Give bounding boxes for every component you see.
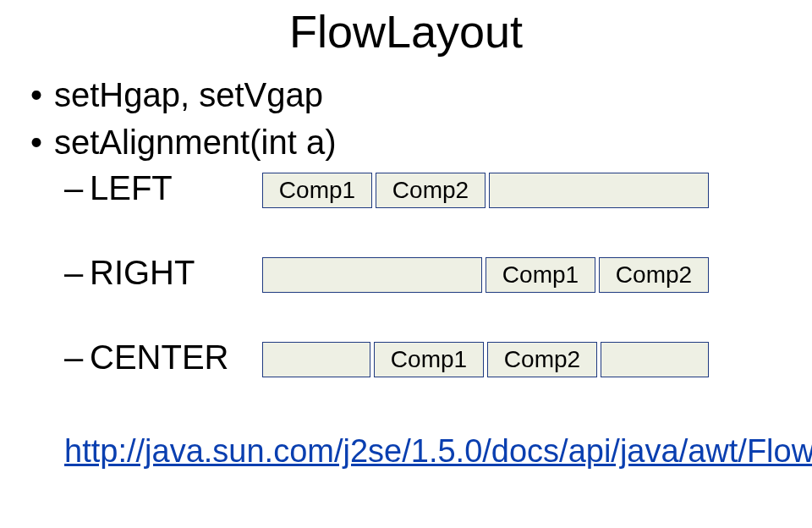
empty-space (601, 342, 709, 377)
container-center: Comp1 Comp2 (262, 342, 709, 377)
label-center: CENTER (90, 338, 228, 376)
empty-space (262, 257, 482, 293)
bullet-dash-icon: – (64, 338, 90, 377)
bullet-text: setAlignment(int a) (54, 124, 336, 161)
bullet-setalignment: •setAlignment(int a) (30, 124, 336, 162)
slide: FlowLayout •setHgap, setVgap •setAlignme… (0, 0, 812, 528)
bullet-dot-icon: • (30, 124, 54, 162)
comp-box: Comp1 (374, 342, 484, 377)
bullet-dot-icon: • (30, 76, 54, 114)
empty-space (262, 342, 370, 377)
bullet-text: setHgap, setVgap (54, 76, 323, 113)
comp-box: Comp1 (262, 173, 372, 208)
bullet-center: –CENTER (64, 338, 228, 377)
doc-link[interactable]: http://java.sun.com/j2se/1.5.0/docs/api/… (64, 433, 812, 469)
comp-box: Comp1 (486, 257, 595, 293)
container-left: Comp1 Comp2 (262, 173, 709, 208)
bullet-dash-icon: – (64, 169, 90, 207)
doc-link-wrapper: http://java.sun.com/j2se/1.5.0/docs/api/… (64, 432, 778, 472)
bullet-sethgap: •setHgap, setVgap (30, 76, 323, 114)
comp-box: Comp2 (376, 173, 486, 208)
empty-space (489, 173, 709, 208)
label-right: RIGHT (90, 254, 195, 291)
bullet-left: –LEFT (64, 169, 173, 207)
label-left: LEFT (90, 169, 173, 206)
comp-box: Comp2 (599, 257, 709, 293)
bullet-right: –RIGHT (64, 254, 195, 292)
comp-box: Comp2 (487, 342, 597, 377)
bullet-dash-icon: – (64, 254, 90, 292)
slide-title: FlowLayout (0, 5, 812, 58)
container-right: Comp1 Comp2 (262, 257, 709, 293)
